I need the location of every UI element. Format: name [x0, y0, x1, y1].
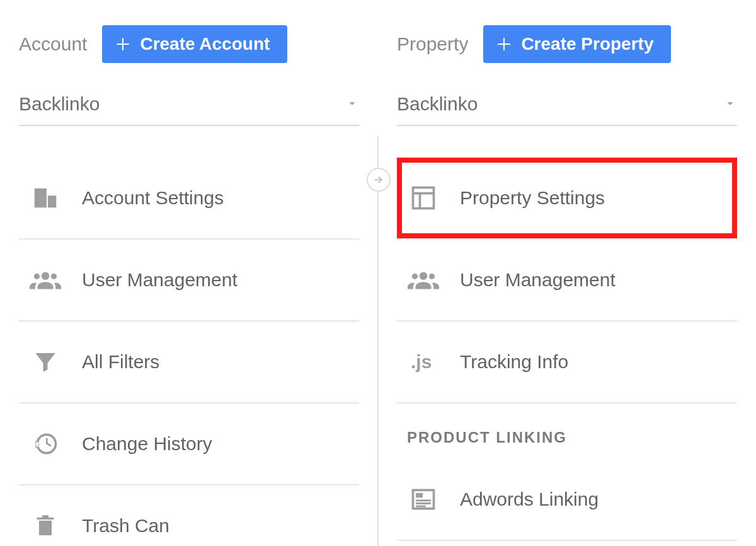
js-icon: .js	[407, 346, 440, 378]
chevron-down-icon	[345, 93, 359, 115]
menu-item-label: User Management	[460, 269, 616, 291]
buildings-icon	[29, 182, 62, 214]
users-icon	[407, 264, 440, 296]
svg-rect-0	[413, 188, 434, 209]
all-filters-item[interactable]: All Filters	[19, 322, 359, 402]
divider	[397, 540, 737, 541]
column-divider	[377, 136, 379, 546]
trash-can-item[interactable]: Trash Can	[19, 485, 359, 546]
menu-item-label: Property Settings	[460, 187, 605, 209]
account-label: Account	[19, 33, 87, 55]
account-selected-value: Backlinko	[19, 93, 100, 115]
property-column: Property Create Property Backlinko Prope…	[378, 0, 756, 546]
menu-item-label: All Filters	[82, 351, 159, 373]
account-column: Account Create Account Backlinko Account…	[0, 0, 378, 546]
plus-icon	[115, 36, 131, 52]
arrow-right-icon	[372, 173, 385, 186]
property-menu: Property Settings User Management .js Tr…	[397, 158, 737, 541]
layout-icon	[407, 182, 440, 214]
document-lines-icon	[407, 483, 440, 516]
change-history-item[interactable]: Change History	[19, 404, 359, 484]
account-menu: Account Settings User Management All Fil…	[19, 158, 359, 546]
svg-rect-5	[416, 493, 423, 497]
account-settings-item[interactable]: Account Settings	[19, 158, 359, 238]
users-icon	[29, 264, 62, 296]
account-selector[interactable]: Backlinko	[19, 93, 359, 126]
property-header-row: Property Create Property	[397, 25, 737, 63]
menu-item-label: User Management	[82, 269, 238, 291]
property-label: Property	[397, 33, 468, 55]
adwords-linking-item[interactable]: Adwords Linking	[397, 459, 737, 540]
menu-item-label: Adwords Linking	[460, 489, 598, 510]
menu-item-label: Account Settings	[82, 187, 224, 209]
product-linking-header: PRODUCT LINKING	[397, 404, 737, 459]
property-user-management-item[interactable]: User Management	[397, 240, 737, 320]
svg-text:.js: .js	[411, 351, 432, 372]
history-icon	[29, 427, 62, 460]
move-right-button[interactable]	[367, 168, 391, 192]
menu-item-label: Change History	[82, 433, 212, 455]
create-account-label: Create Account	[140, 34, 270, 54]
menu-item-label: Tracking Info	[460, 351, 568, 373]
trash-icon	[29, 509, 62, 542]
property-selector[interactable]: Backlinko	[397, 93, 737, 126]
property-selected-value: Backlinko	[397, 93, 478, 115]
create-property-button[interactable]: Create Property	[483, 25, 671, 63]
menu-item-label: Trash Can	[82, 515, 169, 537]
account-header-row: Account Create Account	[19, 25, 359, 63]
property-settings-item[interactable]: Property Settings	[397, 158, 737, 238]
plus-icon	[496, 36, 512, 52]
tracking-info-item[interactable]: .js Tracking Info	[397, 322, 737, 402]
user-management-item[interactable]: User Management	[19, 240, 359, 320]
create-property-label: Create Property	[521, 34, 653, 54]
create-account-button[interactable]: Create Account	[102, 25, 287, 63]
funnel-icon	[29, 346, 62, 378]
chevron-down-icon	[723, 93, 737, 115]
